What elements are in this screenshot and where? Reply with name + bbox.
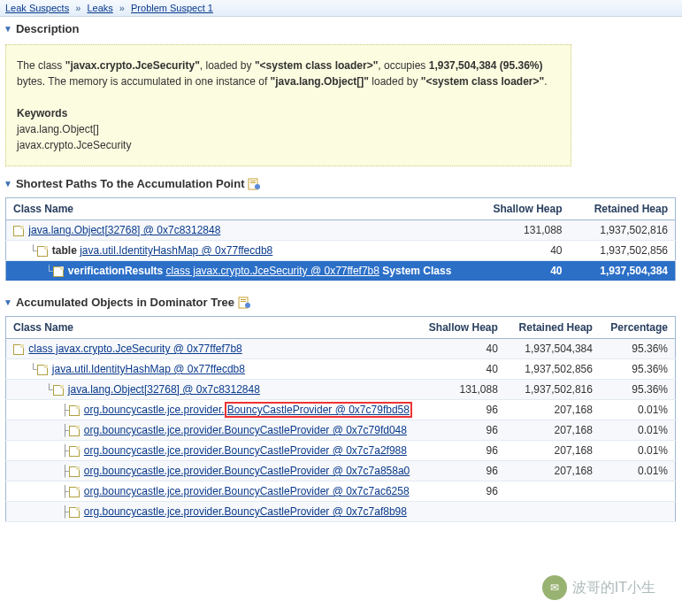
table-header-row: Class Name Shallow Heap Retained Heap [6, 198, 676, 220]
shallow-value: 96 [419, 481, 505, 502]
table-row[interactable]: ├ org.bouncycastle.jce.provider.BouncyCa… [6, 400, 676, 420]
breadcrumb-item[interactable]: Problem Suspect 1 [131, 3, 213, 13]
col-shallow-heap: Shallow Heap [419, 317, 505, 339]
report-icon [248, 178, 260, 190]
table-row[interactable]: └ java.util.IdentityHashMap @ 0x77ffecdb… [6, 359, 676, 380]
keyword: javax.crypto.JceSecurity [17, 139, 131, 151]
accumulated-objects-table: Class Name Shallow Heap Retained Heap Pe… [5, 316, 676, 522]
pct-value: 0.01% [600, 420, 676, 441]
object-link[interactable]: org.bouncycastle.jce.provider.BouncyCast… [84, 424, 407, 436]
table-row[interactable]: └ table java.util.IdentityHashMap @ 0x77… [6, 241, 676, 261]
retained-value: 1,937,504,384 [505, 339, 600, 359]
shallow-value: 131,088 [419, 380, 505, 400]
col-percentage: Percentage [600, 317, 676, 339]
shallow-value: 131,088 [472, 220, 570, 241]
object-icon [69, 446, 80, 457]
object-link[interactable]: class javax.crypto.JceSecurity @ 0x77ffe… [166, 265, 379, 277]
watermark: ✉ 波哥的IT小生 [542, 575, 655, 600]
description-box: The class "javax.crypto.JceSecurity", lo… [5, 44, 571, 166]
object-icon [53, 385, 64, 396]
object-icon [69, 405, 80, 416]
object-link[interactable]: java.lang.Object[32768] @ 0x7c8312848 [28, 224, 220, 236]
field-name: verificationResults [68, 265, 166, 277]
collapse-icon[interactable]: ▼ [4, 24, 12, 34]
retained-value: 1,937,502,856 [570, 241, 676, 261]
pct-value [600, 481, 676, 502]
pct-value: 95.36% [600, 380, 676, 400]
desc-size: 1,937,504,384 (95.36%) [429, 59, 543, 72]
desc-text: loaded by [369, 75, 421, 88]
section-title: Accumulated Objects in Dominator Tree [16, 296, 234, 309]
table-row[interactable]: ├ org.bouncycastle.jce.provider.BouncyCa… [6, 441, 676, 461]
desc-loader: "<system class loader>" [255, 59, 378, 72]
object-link[interactable]: java.lang.Object[32768] @ 0x7c8312848 [68, 383, 260, 396]
desc-text: The class [17, 59, 65, 72]
object-link[interactable]: org.bouncycastle.jce.provider.BouncyCast… [84, 444, 407, 457]
collapse-icon[interactable]: ▼ [4, 179, 12, 189]
section-title: Shortest Paths To the Accumulation Point [16, 177, 245, 190]
svg-rect-5 [241, 299, 246, 300]
breadcrumb-item[interactable]: Leak Suspects [5, 3, 69, 13]
shallow-value: 96 [419, 441, 505, 461]
table-row[interactable]: └ java.lang.Object[32768] @ 0x7c8312848 … [6, 380, 676, 400]
table-row[interactable]: ├ org.bouncycastle.jce.provider.BouncyCa… [6, 481, 676, 502]
section-title: Description [16, 22, 80, 35]
col-shallow-heap: Shallow Heap [472, 198, 570, 220]
keywords-label: Keywords [17, 107, 67, 119]
section-header-accumulated: ▼ Accumulated Objects in Dominator Tree [0, 290, 682, 312]
watermark-text: 波哥的IT小生 [572, 579, 655, 597]
object-link[interactable]: org.bouncycastle.jce.provider.BouncyCast… [84, 465, 410, 477]
table-row-selected[interactable]: └ verificationResults class javax.crypto… [6, 261, 676, 281]
table-row[interactable]: java.lang.Object[32768] @ 0x7c8312848 13… [6, 220, 676, 241]
collapse-icon[interactable]: ▼ [4, 297, 12, 307]
object-icon [13, 226, 24, 236]
retained-value [505, 502, 600, 522]
shallow-value [419, 502, 505, 522]
object-icon [53, 266, 64, 277]
col-class-name: Class Name [6, 198, 472, 220]
breadcrumb-item[interactable]: Leaks [87, 3, 112, 13]
retained-value: 1,937,502,816 [505, 380, 600, 400]
shallow-value: 96 [419, 420, 505, 441]
breadcrumb-sep-icon: » [75, 3, 80, 13]
object-link[interactable]: org.bouncycastle.jce.provider.BouncyCast… [84, 485, 410, 497]
table-row[interactable]: ├ org.bouncycastle.jce.provider.BouncyCa… [6, 420, 676, 441]
svg-point-7 [245, 303, 250, 308]
wechat-icon: ✉ [542, 575, 567, 600]
table-row[interactable]: class javax.crypto.JceSecurity @ 0x77ffe… [6, 339, 676, 359]
object-link[interactable]: org.bouncycastle.jce.provider.BouncyCast… [84, 505, 407, 518]
pct-value: 0.01% [600, 441, 676, 461]
field-name: table [52, 244, 80, 257]
shortest-paths-table: Class Name Shallow Heap Retained Heap ja… [5, 197, 676, 281]
object-icon [69, 507, 80, 518]
col-retained-heap: Retained Heap [505, 317, 600, 339]
object-link[interactable]: java.util.IdentityHashMap @ 0x77ffecdb8 [80, 244, 272, 257]
shallow-value: 40 [419, 339, 505, 359]
table-header-row: Class Name Shallow Heap Retained Heap Pe… [6, 317, 676, 339]
col-retained-heap: Retained Heap [570, 198, 676, 220]
retained-value: 207,168 [505, 400, 600, 420]
highlighted-link: BouncyCastleProvider @ 0x7c79fbd58 [225, 402, 412, 418]
object-icon [69, 426, 80, 436]
col-class-name: Class Name [6, 317, 419, 339]
retained-value: 207,168 [505, 441, 600, 461]
retained-value: 1,937,502,816 [570, 220, 676, 241]
shallow-value: 96 [419, 400, 505, 420]
svg-point-3 [255, 184, 260, 189]
object-icon [69, 487, 80, 497]
table-row[interactable]: ├ org.bouncycastle.jce.provider.BouncyCa… [6, 502, 676, 522]
object-link[interactable]: java.util.IdentityHashMap @ 0x77ffecdb8 [52, 363, 245, 375]
object-link[interactable]: class javax.crypto.JceSecurity @ 0x77ffe… [28, 343, 241, 355]
svg-rect-6 [241, 301, 246, 302]
object-icon [37, 365, 48, 375]
desc-class: "javax.crypto.JceSecurity" [65, 59, 200, 72]
pct-value [600, 502, 676, 522]
keyword: java.lang.Object[] [17, 123, 99, 135]
report-icon [238, 296, 250, 309]
table-row[interactable]: ├ org.bouncycastle.jce.provider.BouncyCa… [6, 461, 676, 481]
object-link[interactable]: org.bouncycastle.jce.provider.BouncyCast… [84, 402, 412, 418]
desc-class: "java.lang.Object[]" [271, 75, 369, 88]
desc-text: , loaded by [200, 59, 255, 72]
pct-value: 95.36% [600, 339, 676, 359]
pct-value: 0.01% [600, 400, 676, 420]
